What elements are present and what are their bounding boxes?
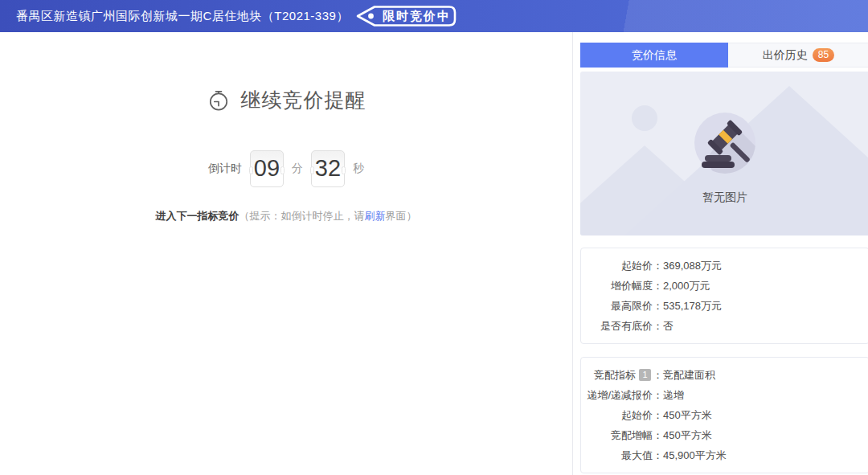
seconds-unit: 秒 [353,162,364,176]
refresh-link[interactable]: 刷新 [365,210,386,222]
header-bar: 番禺区新造镇广州国际创新城一期C居住地块（T2021-339） 限时竞价中 [0,0,868,32]
tab-bid-info-label: 竞价信息 [632,48,677,63]
tab-bid-history[interactable]: 出价历史 85 [728,43,868,68]
info-row: 递增/递减报价： 递增 [581,385,868,405]
parcel-image-placeholder: 暂无图片 [580,72,868,235]
info-row: 最高限价： 535,178万元 [581,296,868,316]
countdown: 倒计时 09 分 32 秒 [208,150,364,187]
tab-bid-history-label: 出价历史 [763,48,808,63]
tab-bid-info[interactable]: 竞价信息 [580,43,728,68]
bid-history-count-badge: 85 [813,48,834,62]
reminder-heading: 继续竞价提醒 [207,87,366,113]
countdown-seconds: 32 [311,150,345,187]
minutes-unit: 分 [292,162,303,176]
gavel-icon [693,111,757,178]
indicator-number-badge: 1 [639,369,651,381]
info-row: 竞配增幅： 450平方米 [581,425,868,445]
bidding-reminder-panel: 继续竞价提醒 倒计时 09 分 32 秒 进入下一指标竞价（提示：如倒计时停止，… [0,32,573,475]
auction-side-panel: 竞价信息 出价历史 85 [573,32,868,475]
indicator-info-box: 竞配指标 1 ： 竞配建面积 递增/递减报价： 递增 起始价： 450平方米 竞… [580,357,868,473]
info-row: 最大值： 45,900平方米 [581,445,868,465]
countdown-label: 倒计时 [208,162,242,176]
clock-icon [207,88,231,113]
auction-info-box: 起始价： 369,088万元 增价幅度： 2,000万元 最高限价： 535,1… [580,248,868,344]
no-image-caption: 暂无图片 [580,190,868,205]
info-row: 起始价： 369,088万元 [581,256,868,276]
status-badge: 限时竞价中 [354,5,462,27]
note-post: 界面） [386,210,417,222]
note-pre: （提示：如倒计时停止，请 [240,210,365,222]
panel-tabs: 竞价信息 出价历史 85 [580,43,868,68]
info-row: 增价幅度： 2,000万元 [581,276,868,296]
page-title: 番禺区新造镇广州国际创新城一期C居住地块（T2021-339） [16,9,349,24]
info-row: 起始价： 450平方米 [581,405,868,425]
note-lead: 进入下一指标竞价 [156,210,240,222]
reminder-title: 继续竞价提醒 [241,87,366,113]
next-indicator-note: 进入下一指标竞价（提示：如倒计时停止，请刷新界面） [0,209,572,223]
status-badge-label: 限时竞价中 [354,9,462,24]
info-row: 是否有底价： 否 [581,316,868,336]
countdown-minutes: 09 [250,150,284,187]
info-row: 竞配指标 1 ： 竞配建面积 [581,365,868,385]
